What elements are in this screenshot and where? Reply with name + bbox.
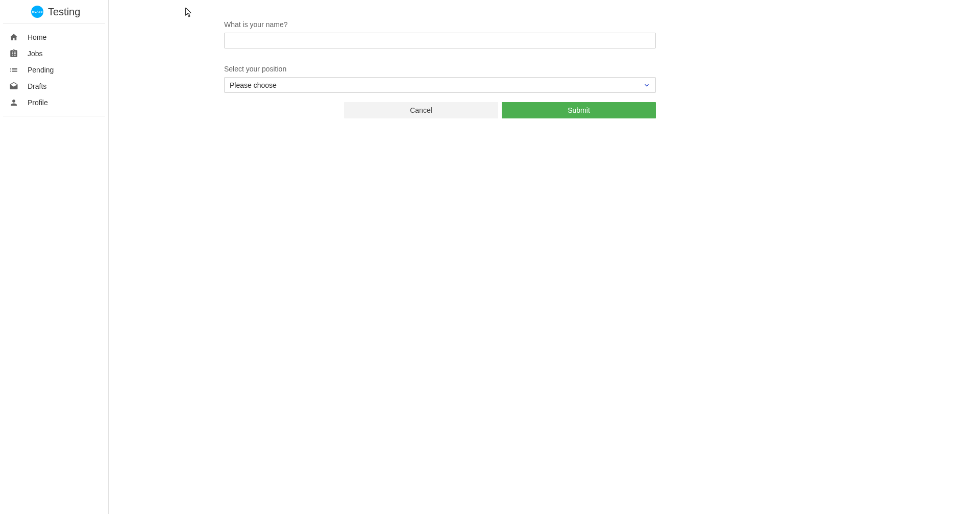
sidebar-item-label: Home	[28, 33, 46, 41]
submit-button[interactable]: Submit	[502, 102, 656, 118]
sidebar-item-pending[interactable]: Pending	[3, 62, 105, 78]
brand-title: Testing	[48, 6, 80, 18]
cancel-button[interactable]: Cancel	[344, 102, 498, 118]
position-selected-value: Please choose	[230, 81, 277, 89]
form-actions: Cancel Submit	[224, 102, 656, 118]
position-label: Select your position	[224, 65, 656, 73]
sidebar-item-label: Profile	[28, 99, 48, 107]
sidebar-item-label: Pending	[28, 66, 54, 74]
name-input[interactable]	[224, 33, 656, 48]
list-icon	[9, 65, 18, 75]
person-icon	[9, 98, 18, 107]
form: What is your name? Select your position …	[224, 20, 656, 118]
brand: MyApp Testing	[3, 0, 105, 24]
home-icon	[9, 33, 18, 42]
sidebar-item-label: Drafts	[28, 82, 46, 90]
cursor-icon	[185, 8, 192, 18]
form-group-position: Select your position Please choose	[224, 65, 656, 93]
sidebar-item-jobs[interactable]: Jobs	[3, 45, 105, 62]
sidebar: MyApp Testing Home Jobs Pending	[0, 0, 109, 514]
main-content: What is your name? Select your position …	[109, 0, 980, 514]
nav-list: Home Jobs Pending Drafts	[0, 24, 108, 116]
sidebar-item-drafts[interactable]: Drafts	[3, 78, 105, 94]
clipboard-icon	[9, 49, 18, 58]
position-select[interactable]: Please choose	[224, 77, 656, 93]
mail-icon	[9, 82, 18, 91]
sidebar-item-label: Jobs	[28, 50, 43, 58]
name-label: What is your name?	[224, 20, 656, 29]
form-group-name: What is your name?	[224, 20, 656, 48]
sidebar-item-home[interactable]: Home	[3, 29, 105, 45]
brand-logo: MyApp	[31, 6, 43, 18]
chevron-down-icon	[643, 82, 650, 89]
sidebar-item-profile[interactable]: Profile	[3, 94, 105, 111]
